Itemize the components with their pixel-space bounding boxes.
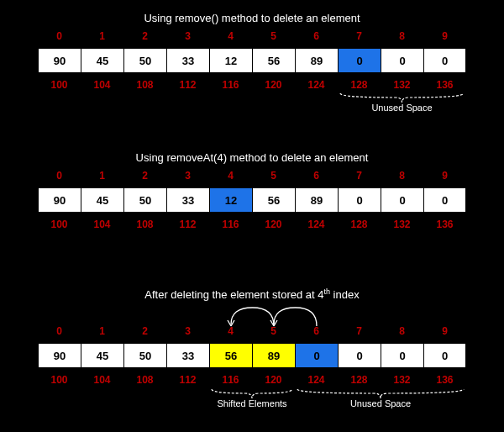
array-cell: 50 [123,187,166,213]
memory-address: 112 [166,78,209,92]
memory-address: 104 [81,373,123,387]
array-cell: 89 [295,187,338,213]
array-cell: 89 [252,343,295,368]
array-index: 0 [38,29,81,43]
array-index: 8 [381,29,423,43]
memory-address: 108 [123,373,166,387]
array-index: 6 [295,29,338,43]
array-diagram-2: After deleting the element stored at 4th… [0,287,504,387]
array-index: 5 [252,29,295,43]
array-cell: 56 [252,48,295,73]
array-index: 8 [381,324,423,338]
memory-address: 100 [38,373,81,387]
array-index: 1 [81,169,123,182]
array-cell: 0 [338,187,381,213]
array-cell: 0 [423,48,466,73]
array-cell: 0 [381,187,423,213]
brace-annotation: Unused Space [338,92,466,113]
diagram-title: Using removeAt(4) method to delete an el… [0,151,504,164]
array-diagram-1: Using removeAt(4) method to delete an el… [0,151,504,231]
array-cell: 90 [38,187,81,213]
memory-address: 128 [338,373,381,387]
memory-address: 136 [423,218,466,231]
memory-address: 116 [209,373,252,387]
array-index: 1 [81,29,123,43]
array-cell: 0 [295,343,338,368]
memory-address: 132 [381,78,423,92]
array-cell: 90 [38,48,81,73]
array-cell: 50 [123,343,166,368]
array-index: 2 [123,169,166,182]
memory-address: 128 [338,78,381,92]
memory-address: 116 [209,78,252,92]
array-cell: 12 [209,48,252,73]
memory-address: 124 [295,78,338,92]
memory-address: 100 [38,78,81,92]
memory-address: 132 [381,218,423,231]
array-index: 3 [166,324,209,338]
memory-address: 128 [338,218,381,231]
memory-address: 124 [295,373,338,387]
brace-label: Unused Space [295,398,466,408]
diagram-title: After deleting the element stored at 4th… [0,287,504,301]
memory-address: 120 [252,78,295,92]
array-index: 6 [295,169,338,182]
array-index: 8 [381,169,423,182]
array-cell: 33 [166,187,209,213]
memory-address: 136 [423,373,466,387]
memory-address: 120 [252,218,295,231]
array-index: 3 [166,29,209,43]
memory-address: 120 [252,373,295,387]
array-index: 5 [252,324,295,338]
brace-label: Unused Space [338,103,466,113]
array-cell: 45 [81,343,123,368]
memory-address: 108 [123,78,166,92]
array-cell: 0 [423,343,466,368]
array-cell: 0 [381,48,423,73]
array-index: 6 [295,324,338,338]
array-index: 7 [338,324,381,338]
array-cell: 45 [81,48,123,73]
memory-address: 104 [81,218,123,231]
memory-address: 116 [209,218,252,231]
memory-address: 124 [295,218,338,231]
array-cell: 90 [38,343,81,368]
array-index: 2 [123,324,166,338]
array-cell: 89 [295,48,338,73]
memory-address: 112 [166,373,209,387]
array-index: 9 [423,169,466,182]
array-index: 9 [423,29,466,43]
array-cell: 0 [423,187,466,213]
array-index: 3 [166,169,209,182]
memory-address: 100 [38,218,81,231]
diagram-title: Using remove() method to delete an eleme… [0,12,504,24]
array-cell: 12 [209,187,252,213]
brace-annotation: Unused Space [295,387,466,408]
array-index: 4 [209,324,252,338]
array-index: 5 [252,169,295,182]
array-index: 1 [81,324,123,338]
memory-address: 104 [81,78,123,92]
memory-address: 112 [166,218,209,231]
array-index: 4 [209,29,252,43]
array-cell: 56 [252,187,295,213]
array-index: 7 [338,29,381,43]
array-index: 0 [38,169,81,182]
array-index: 4 [209,169,252,182]
array-index: 2 [123,29,166,43]
array-cell: 0 [338,48,381,73]
array-index: 7 [338,169,381,182]
array-cell: 33 [166,343,209,368]
array-cell: 0 [338,343,381,368]
array-cell: 50 [123,48,166,73]
array-cell: 33 [166,48,209,73]
brace-label: Shifted Elements [209,398,295,408]
array-cell: 56 [209,343,252,368]
array-cell: 0 [381,343,423,368]
memory-address: 132 [381,373,423,387]
array-diagram-0: Using remove() method to delete an eleme… [0,12,504,92]
brace-annotation: Shifted Elements [209,387,295,408]
memory-address: 108 [123,218,166,231]
array-index: 9 [423,324,466,338]
array-cell: 45 [81,187,123,213]
